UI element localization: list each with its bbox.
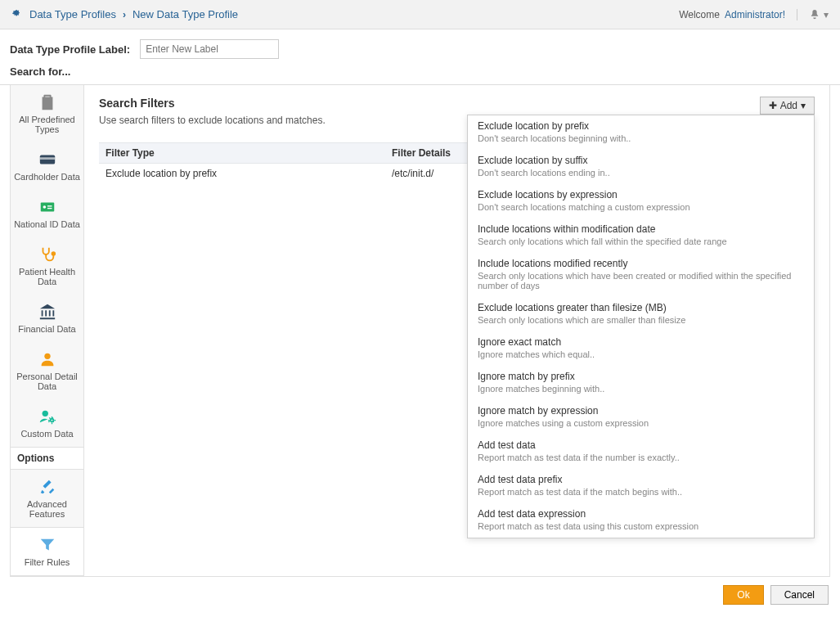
drop-item-include-mod-recent[interactable]: Include locations modified recently Sear…	[468, 253, 814, 297]
stethoscope-icon	[38, 245, 56, 263]
sidebar: All Predefined Types Cardholder Data Nat…	[11, 85, 84, 576]
search-for-header: Search for...	[0, 65, 840, 85]
main-panel: Search Filters Use search filters to exc…	[84, 85, 829, 576]
id-card-icon	[38, 198, 56, 216]
col-filter-type: Filter Type	[99, 143, 385, 164]
drop-item-ignore-prefix[interactable]: Ignore match by prefix Ignore matches be…	[468, 366, 814, 400]
svg-point-7	[44, 354, 50, 359]
svg-rect-5	[47, 208, 52, 209]
drop-item-desc: Search only locations which fall within …	[478, 236, 804, 246]
filter-icon	[38, 536, 56, 554]
main-subtitle: Use search filters to exclude locations …	[99, 115, 326, 126]
sidebar-options-header: Options	[11, 447, 83, 470]
svg-point-6	[52, 252, 55, 255]
ok-button[interactable]: Ok	[723, 585, 763, 605]
sidebar-item-label: Cardholder Data	[14, 172, 80, 182]
drop-item-exclude-filesize[interactable]: Exclude locations greater than filesize …	[468, 297, 814, 331]
sidebar-item-label: Patient Health Data	[14, 267, 80, 286]
sidebar-option-advanced[interactable]: Advanced Features	[11, 470, 83, 527]
drop-item-ignore-expression[interactable]: Ignore match by expression Ignore matche…	[468, 400, 814, 435]
drop-item-desc: Don't search locations beginning with..	[478, 133, 804, 143]
drop-item-desc: Ignore matches beginning with..	[478, 384, 804, 394]
profile-label-input[interactable]	[140, 39, 279, 59]
drop-item-desc: Report match as test data if the number …	[478, 453, 804, 462]
svg-rect-1	[39, 157, 54, 160]
sidebar-item-patient-health[interactable]: Patient Health Data	[11, 237, 83, 295]
footer: Ok Cancel	[0, 577, 840, 613]
drop-item-desc: Ignore matches using a custom expression	[478, 418, 804, 428]
drop-item-ignore-exact[interactable]: Ignore exact match Ignore matches which …	[468, 331, 814, 366]
topbar: Data Type Profiles › New Data Type Profi…	[0, 0, 840, 29]
notifications-menu[interactable]: ▾	[797, 9, 829, 20]
drop-item-title: Ignore match by expression	[478, 405, 804, 417]
drop-item-desc: Report match as test data using this cus…	[478, 521, 804, 531]
svg-point-3	[43, 205, 46, 209]
drop-item-exclude-prefix[interactable]: Exclude location by prefix Don't search …	[468, 115, 814, 150]
drop-item-title: Exclude location by suffix	[478, 155, 804, 166]
credit-card-icon	[38, 151, 56, 169]
sidebar-item-label: All Predefined Types	[14, 115, 80, 134]
add-button[interactable]: ✚ Add ▾	[760, 97, 815, 115]
drop-item-test-data-prefix[interactable]: Add test data prefix Report match as tes…	[468, 469, 814, 503]
sidebar-item-all-predefined[interactable]: All Predefined Types	[11, 85, 83, 142]
svg-rect-2	[40, 203, 54, 212]
bell-icon	[809, 9, 820, 20]
sidebar-item-label: Advanced Features	[14, 499, 80, 519]
drop-item-title: Include locations modified recently	[478, 258, 804, 269]
sidebar-item-label: National ID Data	[14, 219, 80, 229]
caret-down-icon: ▾	[824, 9, 829, 20]
drop-item-exclude-suffix[interactable]: Exclude location by suffix Don't search …	[468, 150, 814, 184]
sidebar-item-national-id[interactable]: National ID Data	[11, 190, 83, 237]
drop-item-desc: Search only locations which have been cr…	[478, 271, 804, 290]
sidebar-item-cardholder[interactable]: Cardholder Data	[11, 142, 83, 190]
sidebar-item-label: Custom Data	[20, 429, 73, 439]
sidebar-item-label: Financial Data	[18, 324, 75, 334]
drop-item-title: Exclude locations greater than filesize …	[478, 302, 804, 313]
add-dropdown: Exclude location by prefix Don't search …	[467, 115, 815, 538]
cancel-button[interactable]: Cancel	[770, 585, 829, 605]
sidebar-item-custom[interactable]: Custom Data	[11, 399, 83, 447]
main-title: Search Filters	[99, 97, 326, 110]
drop-item-exclude-expression[interactable]: Exclude locations by expression Don't se…	[468, 184, 814, 218]
drop-item-title: Ignore exact match	[478, 336, 804, 348]
drop-item-desc: Search only locations which are smaller …	[478, 315, 804, 325]
sidebar-item-label: Filter Rules	[25, 557, 70, 567]
user-icon	[38, 350, 56, 368]
svg-rect-4	[47, 205, 52, 206]
sidebar-option-filter-rules[interactable]: Filter Rules	[11, 527, 83, 576]
drop-item-desc: Report match as test data if the match b…	[478, 487, 804, 497]
drop-item-title: Include locations within modification da…	[478, 223, 804, 235]
drop-item-title: Exclude locations by expression	[478, 189, 804, 200]
drop-item-title: Exclude location by prefix	[478, 120, 804, 132]
user-link[interactable]: Administrator!	[725, 9, 785, 20]
drop-item-desc: Ignore matches which equal..	[478, 349, 804, 359]
person-gear-icon	[38, 408, 56, 426]
drop-item-include-mod-date[interactable]: Include locations within modification da…	[468, 218, 814, 253]
drop-item-title: Add test data expression	[478, 508, 804, 520]
drop-item-desc: Don't search locations matching a custom…	[478, 202, 804, 212]
add-button-label: Add	[780, 100, 797, 111]
drop-item-title: Ignore match by prefix	[478, 371, 804, 382]
profile-label-text: Data Type Profile Label:	[10, 43, 130, 56]
welcome-area: Welcome Administrator! ▾	[679, 9, 829, 20]
profile-label-row: Data Type Profile Label:	[0, 29, 840, 65]
gears-icon	[11, 9, 23, 20]
tools-icon	[38, 478, 56, 496]
breadcrumb: Data Type Profiles › New Data Type Profi…	[11, 8, 238, 20]
clipboard-icon	[38, 93, 56, 111]
bank-icon	[38, 303, 56, 321]
drop-item-title: Add test data	[478, 439, 804, 451]
drop-item-test-data-expression[interactable]: Add test data expression Report match as…	[468, 503, 814, 538]
breadcrumb-current[interactable]: New Data Type Profile	[133, 8, 238, 20]
welcome-prefix: Welcome	[679, 9, 720, 20]
caret-down-icon: ▾	[801, 100, 806, 111]
sidebar-item-personal-detail[interactable]: Personal Detail Data	[11, 342, 83, 399]
drop-item-desc: Don't search locations ending in..	[478, 168, 804, 178]
breadcrumb-parent[interactable]: Data Type Profiles	[29, 8, 116, 20]
drop-item-title: Add test data prefix	[478, 474, 804, 485]
chevron-right-icon: ›	[123, 9, 126, 20]
plus-icon: ✚	[769, 100, 777, 111]
svg-point-8	[42, 411, 47, 417]
sidebar-item-financial[interactable]: Financial Data	[11, 295, 83, 342]
drop-item-test-data[interactable]: Add test data Report match as test data …	[468, 435, 814, 469]
